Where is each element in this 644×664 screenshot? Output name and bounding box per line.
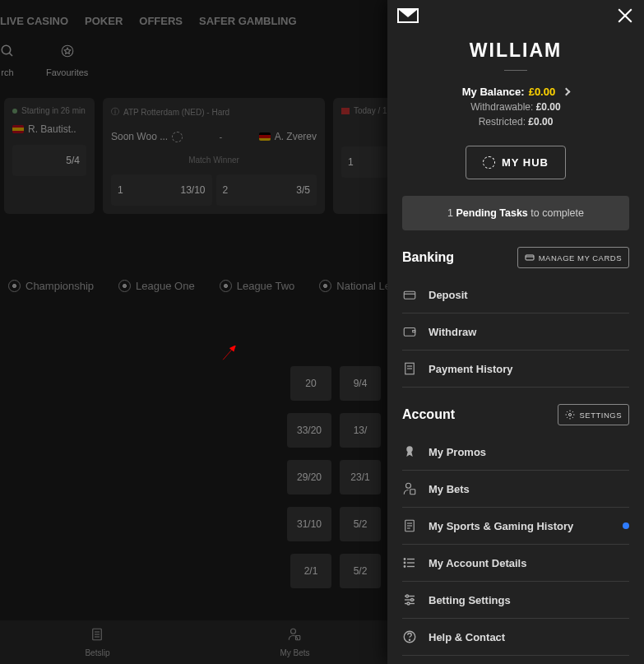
my-bets-item[interactable]: My Bets — [402, 471, 629, 508]
wallet-icon — [402, 324, 417, 339]
close-icon[interactable] — [616, 7, 634, 25]
card-icon — [525, 253, 535, 262]
nav-item[interactable]: POKER — [85, 15, 123, 27]
odds-cell[interactable]: 2/1 — [290, 554, 331, 588]
spinner-icon — [172, 132, 183, 142]
odds-cell[interactable]: 13/ — [340, 413, 381, 448]
odds-cell[interactable]: 33/20 — [287, 413, 331, 448]
odds-button[interactable]: 5/4 — [12, 145, 86, 176]
mail-icon[interactable] — [397, 8, 419, 23]
payment-history-item[interactable]: Payment History — [402, 351, 629, 388]
svg-point-37 — [407, 602, 410, 605]
deposit-item[interactable]: Deposit — [402, 276, 629, 313]
ribbon-icon — [402, 444, 417, 459]
league-icon — [220, 280, 232, 292]
svg-point-36 — [411, 599, 414, 601]
my-bets-button[interactable]: My Bets — [280, 627, 309, 657]
odds-button[interactable]: 23/5 — [216, 174, 317, 206]
svg-rect-10 — [526, 255, 534, 260]
sports-gaming-history-item[interactable]: My Sports & Gaming History — [402, 508, 629, 545]
league-icon — [118, 280, 131, 292]
match-card[interactable]: ⓘATP Rotterdam (NED) - Hard Soon Woo ...… — [103, 98, 325, 214]
league-tab[interactable]: League Two — [220, 280, 295, 292]
odds-cell[interactable]: 29/20 — [287, 460, 331, 495]
balance-value: £0.00 — [529, 86, 556, 98]
banking-section-title: Banking — [402, 250, 454, 265]
league-tab[interactable]: Championship — [8, 280, 94, 292]
odds-button[interactable]: 113/10 — [111, 174, 212, 206]
person-icon — [280, 627, 309, 646]
odds-cell[interactable]: 5/2 — [340, 554, 381, 588]
help-icon — [402, 629, 417, 644]
history-icon — [402, 518, 417, 533]
league-icon — [319, 280, 331, 292]
svg-point-31 — [404, 566, 405, 568]
svg-point-20 — [406, 483, 411, 488]
svg-point-0 — [2, 45, 11, 54]
sliders-icon — [402, 592, 417, 607]
search-button[interactable]: rch — [0, 42, 15, 77]
manage-cards-button[interactable]: MANAGE MY CARDS — [517, 247, 629, 268]
username-label: WILLIAM — [387, 39, 644, 62]
deposit-icon — [402, 287, 417, 302]
svg-point-39 — [409, 639, 410, 640]
svg-point-35 — [406, 595, 409, 597]
list-icon — [402, 555, 417, 570]
my-promos-item[interactable]: My Promos — [402, 434, 629, 471]
betting-settings-item[interactable]: Betting Settings — [402, 582, 629, 619]
nav-item[interactable]: LIVE CASINO — [0, 15, 68, 27]
odds-cell[interactable]: 31/10 — [287, 507, 331, 541]
bottom-nav: Betslip My Bets — [0, 620, 395, 664]
my-account-details-item[interactable]: My Account Details — [402, 545, 629, 582]
svg-point-7 — [291, 629, 296, 634]
league-tab[interactable]: League One — [118, 280, 195, 292]
withdraw-item[interactable]: Withdraw — [402, 313, 629, 351]
notification-dot — [623, 522, 629, 529]
divider — [504, 70, 527, 71]
balance-row[interactable]: My Balance: £0.00 — [387, 86, 644, 98]
svg-point-30 — [404, 562, 405, 564]
favourites-button[interactable]: Favourites — [46, 42, 88, 77]
pending-tasks-bar[interactable]: 1 Pending Tasks to complete — [402, 196, 629, 230]
odds-cell[interactable]: 5/2 — [340, 507, 381, 541]
match-card[interactable]: Starting in 26 min R. Bautist.. 5/4 — [4, 98, 95, 214]
league-icon — [8, 280, 21, 292]
svg-rect-12 — [404, 291, 415, 299]
betslip-icon — [85, 627, 109, 646]
receipt-icon — [402, 361, 417, 376]
account-panel: WILLIAM My Balance: £0.00 Withdrawable: … — [387, 0, 644, 664]
my-hub-button[interactable]: MY HUB — [466, 146, 566, 179]
restricted-row: Restricted: £0.00 — [387, 116, 644, 128]
withdrawable-row: Withdrawable: £0.00 — [387, 101, 644, 113]
info-icon: ⓘ — [111, 106, 119, 118]
svg-rect-21 — [410, 490, 415, 495]
hub-icon — [483, 156, 495, 169]
odds-cell[interactable]: 23/1 — [340, 460, 381, 495]
betslip-button[interactable]: Betslip — [85, 627, 109, 657]
nav-item[interactable]: SAFER GAMBLING — [199, 15, 296, 27]
gear-icon — [565, 410, 575, 420]
odds-cell[interactable]: 20 — [290, 366, 331, 401]
svg-point-18 — [569, 414, 572, 416]
svg-line-1 — [9, 53, 12, 56]
odds-cell[interactable]: 9/4 — [340, 366, 381, 401]
help-contact-item[interactable]: Help & Contact — [402, 619, 629, 656]
search-icon — [0, 42, 15, 63]
settings-button[interactable]: SETTINGS — [558, 404, 629, 425]
svg-point-19 — [406, 446, 413, 453]
star-icon — [46, 42, 88, 63]
nav-item[interactable]: OFFERS — [139, 15, 183, 27]
chevron-right-icon — [563, 88, 571, 96]
account-section-title: Account — [402, 407, 455, 422]
person-check-icon — [402, 481, 417, 496]
svg-point-29 — [404, 559, 405, 560]
